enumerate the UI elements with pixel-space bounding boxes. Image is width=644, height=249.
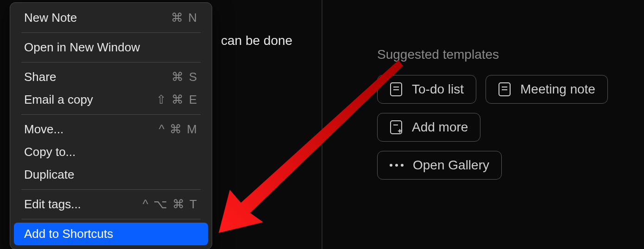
menu-label: New Note [24,11,77,25]
menu-item-move[interactable]: Move... ^ ⌘ M [10,118,212,141]
template-todo-button[interactable]: To-do list [377,75,476,104]
menu-item-open-new-window[interactable]: Open in New Window [10,36,212,59]
menu-separator [21,219,201,219]
menu-item-add-to-shortcuts[interactable]: Add to Shortcuts [14,223,208,245]
menu-shortcut: ⌘ S [171,70,198,84]
menu-item-new-note[interactable]: New Note ⌘ N [10,6,212,29]
menu-label: Move... [24,122,63,137]
svg-marker-10 [219,60,403,233]
menu-shortcut: ⇧ ⌘ E [156,93,198,107]
note-list-icon [390,82,403,97]
menu-separator [21,62,201,62]
note-add-icon [390,120,403,135]
menu-separator [21,32,201,33]
context-menu: New Note ⌘ N Open in New Window Share ⌘ … [10,2,212,249]
menu-label: Share [24,70,56,84]
menu-label: Duplicate [24,168,74,182]
template-label: Open Gallery [413,158,489,173]
menu-label: Open in New Window [24,40,140,55]
suggested-templates-title: Suggested templates [377,47,608,62]
template-add-more-button[interactable]: Add more [377,113,480,142]
menu-item-copy-to[interactable]: Copy to... [10,141,212,163]
template-row: Open Gallery [377,151,608,180]
menu-item-email-copy[interactable]: Email a copy ⇧ ⌘ E [10,88,212,111]
suggested-templates-panel: Suggested templates To-do list Meeting n [377,47,608,189]
menu-separator [21,114,201,115]
menu-label: Edit tags... [24,197,81,212]
menu-separator [21,189,201,190]
panel-divider [322,0,322,249]
template-label: Add more [412,120,468,135]
template-open-gallery-button[interactable]: Open Gallery [377,151,502,180]
menu-label: Add to Shortcuts [24,227,113,241]
template-label: Meeting note [520,82,595,97]
template-label: To-do list [412,82,464,97]
menu-shortcut: ⌘ N [171,11,198,25]
menu-shortcut: ^ ⌥ ⌘ T [143,197,198,212]
template-row: Add more [377,113,608,142]
note-body-fragment: can be done [221,33,292,48]
menu-label: Copy to... [24,145,76,159]
menu-label: Email a copy [24,93,93,107]
template-meeting-button[interactable]: Meeting note [486,75,608,104]
menu-shortcut: ^ ⌘ M [159,122,198,137]
ellipsis-icon [390,164,404,167]
menu-item-edit-tags[interactable]: Edit tags... ^ ⌥ ⌘ T [10,193,212,216]
template-row: To-do list Meeting note [377,75,608,104]
menu-item-share[interactable]: Share ⌘ S [10,66,212,88]
menu-item-duplicate[interactable]: Duplicate [10,163,212,186]
note-list-icon [498,82,511,97]
